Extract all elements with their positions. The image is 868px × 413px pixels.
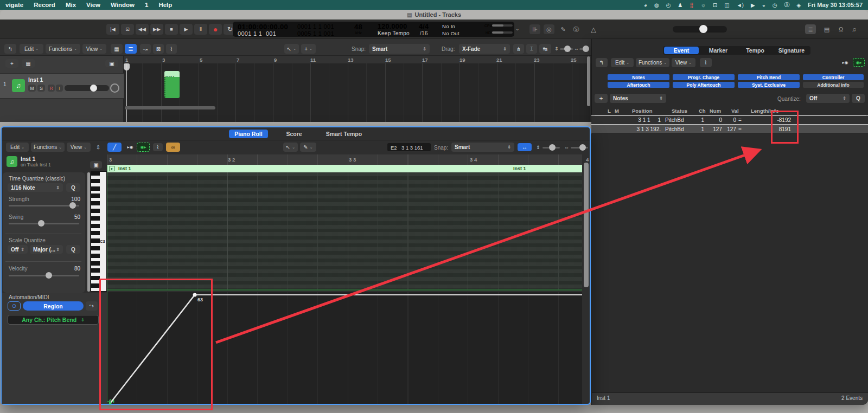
quick-help-button[interactable]: Ω — [835, 24, 846, 34]
automation-icon[interactable]: ↝ — [140, 44, 151, 54]
collapse-tracks-icon[interactable]: ↹ — [539, 44, 551, 54]
browsers-button[interactable]: ▤ — [821, 24, 832, 34]
tracks-secondary-tool[interactable]: +⌄ — [301, 44, 316, 54]
track-instrument-icon[interactable]: ♫ — [12, 79, 25, 92]
tab-event[interactable]: Event — [664, 47, 699, 54]
col-ch[interactable]: Ch — [699, 108, 706, 114]
pr-functions-menu[interactable]: Functions⌄ — [31, 143, 65, 152]
filter-additional-info[interactable]: Additional Info — [803, 82, 864, 88]
cell-status[interactable]: PitchBd — [665, 126, 684, 132]
pause-button[interactable]: Ⅱ — [194, 24, 207, 35]
tracks-drag-select[interactable]: X-Fade⇕ — [459, 44, 510, 54]
event-back-button[interactable]: ↰ — [596, 58, 608, 67]
play-from-selection-button[interactable]: ⊡ — [121, 24, 134, 35]
record-enable-button[interactable]: R — [48, 85, 55, 92]
add-track-button[interactable]: + — [5, 59, 18, 68]
filter-aftertouch[interactable]: Aftertouch — [608, 82, 669, 88]
waveform-zoom-icon[interactable]: ⋔ — [513, 44, 524, 54]
automation-channel-select[interactable]: Any Ch.: Pitch Bend ⇕ — [8, 315, 99, 325]
lcd-tempo[interactable]: 120.0000 — [378, 23, 407, 30]
velocity-slider[interactable] — [9, 275, 79, 276]
note-grid[interactable] — [107, 172, 582, 291]
menu-help[interactable]: Help — [158, 2, 172, 8]
lcd-smpte-time[interactable]: 01:00:00:00.00 — [238, 23, 288, 31]
lcd-time-signature[interactable]: 4/4 — [419, 23, 429, 30]
tab-signature[interactable]: Signature — [774, 47, 809, 54]
cell-ch[interactable]: 1 — [689, 126, 704, 132]
menu-view[interactable]: View — [86, 2, 100, 8]
lcd-mode-chevron-icon[interactable]: ⌄ — [515, 26, 520, 31]
col-m[interactable]: M — [615, 108, 619, 114]
clock-icon[interactable]: ◷ — [773, 2, 777, 8]
event-type-select[interactable]: Notes⇕ — [610, 94, 666, 103]
master-volume-knob[interactable] — [699, 25, 707, 33]
midi-out-icon[interactable]: ◉▸ — [853, 58, 865, 67]
region-play-icon[interactable]: ▶ — [109, 166, 115, 171]
tab-tempo[interactable]: Tempo — [738, 47, 773, 54]
track-name[interactable]: Inst 1 — [28, 76, 43, 83]
lcd-sample-rate[interactable]: 48 — [354, 23, 362, 31]
event-edit-menu[interactable]: Edit⌄ — [611, 58, 634, 67]
pr-view-menu[interactable]: View⌄ — [67, 143, 91, 152]
track-header-config-button[interactable]: ▣ — [105, 60, 118, 67]
filter-syst-exclusive[interactable]: Syst. Exclusive — [738, 82, 800, 88]
menu-mix[interactable]: Mix — [66, 2, 76, 8]
event-functions-menu[interactable]: Functions⌄ — [636, 58, 669, 67]
menu-window[interactable]: Window — [111, 2, 135, 8]
duplicate-track-button[interactable]: ▦ — [22, 59, 35, 68]
col-status[interactable]: Status — [672, 108, 687, 114]
menu-navigate[interactable]: vigate — [5, 2, 23, 8]
play-button[interactable]: ▶ — [180, 24, 193, 35]
tracks-edit-menu[interactable]: Edit⌄ — [20, 44, 43, 54]
back-arrow-button[interactable]: ↰ — [4, 44, 16, 54]
midi-in-icon[interactable]: ▸◉ — [840, 59, 851, 67]
pr-region-bar[interactable] — [107, 165, 582, 172]
solo-mode-icon[interactable]: Ⓢ — [571, 24, 582, 34]
tracks-view-menu[interactable]: View⌄ — [82, 44, 106, 54]
metronome-icon[interactable]: △ — [588, 24, 599, 34]
input-monitor-button[interactable]: I — [56, 85, 63, 92]
automation-route-button[interactable]: ↪ — [86, 301, 98, 311]
pr-flex-icon[interactable]: ⌇ — [153, 143, 163, 151]
event-flex-icon[interactable]: ⌇ — [700, 58, 712, 67]
pr-edit-menu[interactable]: Edit⌄ — [6, 143, 29, 152]
marquee-icon[interactable]: ⊠ — [153, 44, 164, 54]
menubar-clock[interactable]: Fri May 30 13:05:57 — [808, 2, 863, 8]
tracks-ruler[interactable] — [124, 56, 591, 63]
tracks-functions-menu[interactable]: Functions⌄ — [46, 44, 80, 54]
tracks-snap-select[interactable]: Smart⇕ — [369, 44, 430, 54]
control-center-icon[interactable]: ◈ — [796, 2, 801, 8]
tracks-horizontal-scrollbar[interactable] — [125, 106, 215, 109]
link-button[interactable]: ∞ — [166, 143, 180, 152]
pr-ruler[interactable] — [107, 154, 582, 165]
automation-region-button[interactable]: Region — [23, 301, 84, 311]
window-titlebar[interactable]: ▤ Untitled - Tracks — [0, 10, 868, 20]
record-button[interactable]: ● — [209, 24, 222, 35]
cell-position[interactable]: 3 1 1 1 — [613, 117, 661, 123]
scale-type-select[interactable]: Major (...⇕ — [30, 245, 63, 254]
tracks-vertical-scrollbar[interactable] — [587, 56, 590, 106]
count-in-icon[interactable]: ⊪ — [529, 24, 540, 34]
region-header[interactable]: Inst 1 — [164, 71, 180, 77]
tuner-icon[interactable]: ◎ — [544, 24, 554, 34]
tab-marker[interactable]: Marker — [701, 47, 736, 54]
col-val[interactable]: Val — [731, 108, 739, 114]
pr-vertical-zoom-knob[interactable] — [549, 144, 556, 151]
midi-region[interactable] — [164, 77, 180, 98]
scale-root-select[interactable]: Off⇕ — [8, 245, 28, 254]
tab-piano-roll[interactable]: Piano Roll — [229, 130, 268, 138]
status-icon[interactable]: ⊡ — [713, 2, 717, 8]
velocity-knob[interactable] — [46, 272, 52, 279]
time-handles-button[interactable]: ↔ — [518, 143, 532, 151]
tracks-pointer-tool[interactable]: ↖⌄ — [284, 44, 299, 54]
forward-button[interactable]: ▶▶ — [150, 24, 163, 35]
lcd-position[interactable]: 0001 1 1 001 — [238, 30, 276, 37]
pr-vertical-scrollbar[interactable] — [87, 172, 90, 292]
flex-icon[interactable]: ⌇ — [166, 44, 177, 54]
vertical-zoom-knob[interactable] — [564, 46, 571, 52]
strength-slider[interactable] — [9, 205, 79, 206]
midi-draw-button[interactable]: ╱ — [107, 143, 122, 152]
automation-value-line[interactable] — [195, 294, 582, 295]
filter-progr-change[interactable]: Progr. Change — [673, 74, 735, 80]
filter-poly-aftertouch[interactable]: Poly Aftertouch — [673, 82, 735, 88]
